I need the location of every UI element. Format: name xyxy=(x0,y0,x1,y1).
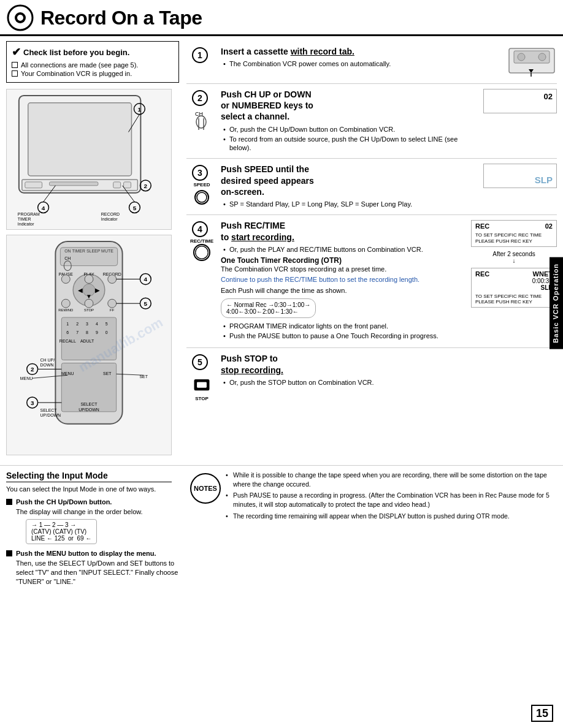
otr-text1: The Combination VCR stops recording at a… xyxy=(221,265,467,273)
svg-text:UP/DOWN: UP/DOWN xyxy=(40,413,61,417)
svg-text:1: 1 xyxy=(66,322,69,326)
record-icon xyxy=(6,4,34,32)
otr-bullets: PROGRAM TIMER indicator lights on the fr… xyxy=(221,322,467,341)
svg-point-36 xyxy=(61,275,70,284)
step-3-title: Push SPEED until thedesired speed appear… xyxy=(221,164,478,197)
rec-footer-2: TO SET SPECIFIC REC TIMEPLEASE PUSH REC … xyxy=(475,294,553,305)
svg-text:MENU: MENU xyxy=(20,376,33,381)
step-1-row: 1 Insert a cassette with record tab. The… xyxy=(186,41,557,84)
step-1-bullet-1: The Combination VCR power comes on autom… xyxy=(223,59,503,68)
step-1-title: Insert a cassette with record tab. xyxy=(221,46,503,57)
step-5-icon-col: 5 STOP xyxy=(186,353,217,401)
svg-text:SELECT: SELECT xyxy=(40,408,58,412)
bottom-section: Selecting the Input Mode You can select … xyxy=(0,465,563,594)
svg-text:1: 1 xyxy=(138,106,142,113)
otr-continue: Continue to push the REC/TIME button to … xyxy=(221,275,467,284)
svg-text:0: 0 xyxy=(105,330,108,335)
step-3-display-num: SLP xyxy=(535,175,553,185)
step-4-bullet-1: Or, push the PLAY and REC/TIME buttons o… xyxy=(223,245,467,254)
vcr-svg: 1 2 4 5 PROGRAM TIMER Indicator RECORD xyxy=(7,89,171,229)
after-seconds: After 2 seconds ↓ xyxy=(471,251,557,264)
step-1-circle: 1 xyxy=(192,47,208,63)
svg-text:▶: ▶ xyxy=(95,287,100,294)
select-bullet-2: Push the MENU button to display the menu… xyxy=(6,549,184,587)
step-2-bullet-2: To record from an outside source, push t… xyxy=(223,135,478,153)
step-3-row: 3 SPEED Push SPEED until thedesired spee… xyxy=(186,159,557,215)
step-3-content: Push SPEED until thedesired speed appear… xyxy=(217,164,478,210)
svg-point-95 xyxy=(197,192,207,202)
svg-rect-6 xyxy=(49,182,98,186)
step-5-circle: 5 xyxy=(192,354,208,370)
svg-text:3: 3 xyxy=(86,322,88,326)
otr-bullet-1: PROGRAM TIMER indicator lights on the fr… xyxy=(223,322,467,330)
step-4-title: Push REC/TIMEto start recording. xyxy=(221,220,467,242)
checklist-item-2: Your Combination VCR is plugged in. xyxy=(12,70,174,77)
rec-slp: SLP xyxy=(475,284,553,291)
step-1-content: Insert a cassette with record tab. The C… xyxy=(217,46,503,69)
svg-point-41 xyxy=(61,299,70,308)
rec-display-1: REC 02 TO SET SPECIFIC REC TIMEPLEASE PU… xyxy=(471,220,557,246)
note-1: While it is possible to change the tape … xyxy=(226,471,557,488)
checklist-box: ✔ Check list before you begin. All conne… xyxy=(6,41,179,83)
svg-text:3: 3 xyxy=(31,400,34,406)
step-3-circle: 3 xyxy=(192,165,208,181)
rec-ch-1: 02 xyxy=(545,222,553,230)
page-number: 15 xyxy=(531,705,553,722)
svg-point-96 xyxy=(196,246,209,259)
checkbox-2 xyxy=(12,70,18,77)
notes-list: While it is possible to change the tape … xyxy=(226,471,557,523)
step-4-row: 4 REC/TIME Push REC/TIMEto start recordi… xyxy=(186,215,557,348)
otr-title: One Touch Timer Recording (OTR) xyxy=(221,256,467,265)
cassette-diagram xyxy=(508,46,557,78)
step-5-bullets: Or, push the STOP button on Combination … xyxy=(221,378,557,387)
svg-text:CH: CH xyxy=(64,256,71,260)
timing-diagram: ← Normal Rec →0:30→1:00→ 4:00←3:00←2:00←… xyxy=(221,298,316,318)
svg-text:REWIND: REWIND xyxy=(58,308,73,312)
step-2-row: 2 CH Push CH UP or DOWNor NUMBERED keys … xyxy=(186,84,557,159)
svg-rect-9 xyxy=(124,182,131,188)
svg-rect-7 xyxy=(25,182,42,188)
remote-svg: ON TIMER SLEEP MUTE ▲ ▼ ◀ ▶ PAUSE PLAY R… xyxy=(7,235,171,454)
step-4-bullets: Or, push the PLAY and REC/TIME buttons o… xyxy=(221,245,467,254)
right-column: 1 Insert a cassette with record tab. The… xyxy=(184,41,557,460)
input-mode-diagram: → 1 — 2 — 3 → (CATV) (CATV) (TV) LINE ← … xyxy=(26,519,97,544)
svg-text:2: 2 xyxy=(144,183,148,189)
page-title: Record On a Tape xyxy=(40,7,202,29)
svg-text:ADULT: ADULT xyxy=(80,339,94,343)
bullet-sq-1 xyxy=(6,499,12,505)
svg-text:ON TIMER SLEEP MUTE: ON TIMER SLEEP MUTE xyxy=(64,249,113,253)
otr-bullet-2: Push the PAUSE button to pause a One Tou… xyxy=(223,332,467,340)
notes-box: NOTES While it is possible to change the… xyxy=(190,471,557,523)
remote-image: ON TIMER SLEEP MUTE ▲ ▼ ◀ ▶ PAUSE PLAY R… xyxy=(6,235,172,455)
step-1-icon-col: 1 xyxy=(186,46,217,63)
rec-time-label: REC/TIME xyxy=(190,238,213,244)
step-2-title: Push CH UP or DOWNor NUMBERED keys tosel… xyxy=(221,89,478,123)
svg-point-94 xyxy=(196,116,206,128)
note-2: Push PAUSE to pause a recording in progr… xyxy=(226,491,557,509)
step-4-circle: 4 xyxy=(192,221,208,237)
svg-text:2: 2 xyxy=(76,322,79,326)
bullet-2-text: Push the MENU button to display the menu… xyxy=(16,549,184,587)
step-4-displays: REC 02 TO SET SPECIFIC REC TIMEPLEASE PU… xyxy=(471,220,557,307)
step-4-icon-col: 4 REC/TIME xyxy=(186,220,217,261)
svg-point-89 xyxy=(518,53,525,61)
svg-text:UP/DOWN: UP/DOWN xyxy=(79,408,99,412)
svg-text:SET: SET xyxy=(103,371,112,376)
side-tab: Basic VCR Operation xyxy=(550,257,563,349)
svg-text:6: 6 xyxy=(66,330,69,335)
left-column: ✔ Check list before you begin. All conne… xyxy=(6,41,184,460)
bullet-1-text: Push the CH Up/Down button. The display … xyxy=(16,498,143,547)
speed-label: SPEED xyxy=(193,182,210,188)
svg-text:FF: FF xyxy=(110,308,115,312)
stop-label: STOP xyxy=(195,396,209,401)
svg-text:5: 5 xyxy=(144,300,148,307)
svg-text:4: 4 xyxy=(96,322,98,326)
step-3-icon-col: 3 SPEED xyxy=(186,164,217,205)
bottom-right: NOTES While it is possible to change the… xyxy=(190,471,557,590)
svg-text:7: 7 xyxy=(76,330,79,335)
rec-label-2: REC xyxy=(475,270,489,278)
svg-point-40 xyxy=(108,275,117,284)
svg-point-42 xyxy=(85,299,93,308)
svg-text:STOP: STOP xyxy=(84,308,94,312)
svg-point-2 xyxy=(17,15,23,21)
